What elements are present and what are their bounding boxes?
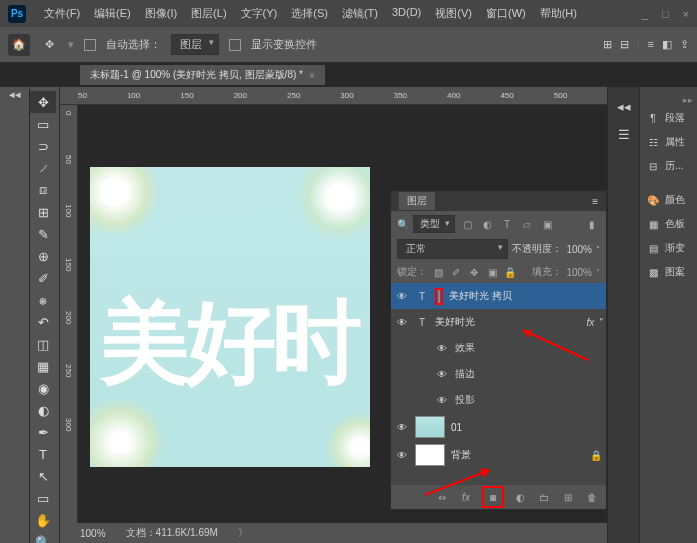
effect-row[interactable]: 👁投影: [391, 387, 606, 413]
menu-layer[interactable]: 图层(L): [185, 2, 232, 25]
filter-shape-icon[interactable]: ▱: [519, 217, 535, 231]
layer-name[interactable]: 美好时光: [435, 315, 580, 329]
menu-view[interactable]: 视图(V): [429, 2, 478, 25]
delete-layer-icon[interactable]: 🗑: [584, 489, 600, 505]
distribute-icon[interactable]: ≡: [648, 38, 654, 51]
layer-row[interactable]: 👁 背景 🔒: [391, 441, 606, 469]
visibility-icon[interactable]: 👁: [435, 369, 449, 380]
minimize-icon[interactable]: _: [642, 8, 648, 20]
visibility-icon[interactable]: 👁: [435, 343, 449, 354]
crop-tool[interactable]: ⧈: [30, 179, 56, 201]
effect-row[interactable]: 👁效果: [391, 335, 606, 361]
panel-gradients[interactable]: ▤渐变: [640, 237, 697, 259]
type-tool[interactable]: T: [30, 443, 56, 465]
layer-name[interactable]: 01: [451, 422, 602, 433]
panel-icon[interactable]: ☰: [610, 123, 638, 145]
menu-help[interactable]: 帮助(H): [534, 2, 583, 25]
gradient-tool[interactable]: ▦: [30, 355, 56, 377]
eyedropper-tool[interactable]: ✎: [30, 223, 56, 245]
blend-mode-select[interactable]: 正常: [397, 239, 508, 259]
panel-swatches[interactable]: ▦色板: [640, 213, 697, 235]
lock-artboard-icon[interactable]: ▣: [485, 265, 499, 279]
menu-type[interactable]: 文字(Y): [235, 2, 284, 25]
wand-tool[interactable]: ⟋: [30, 157, 56, 179]
filter-adjust-icon[interactable]: ◐: [479, 217, 495, 231]
opacity-value[interactable]: 100%: [566, 244, 592, 255]
lock-all-icon[interactable]: 🔒: [503, 265, 517, 279]
share-icon[interactable]: ⇪: [680, 38, 689, 51]
new-layer-icon[interactable]: ⊞: [560, 489, 576, 505]
marquee-tool[interactable]: ▭: [30, 113, 56, 135]
layer-row[interactable]: 👁 T 美好时光 拷贝: [391, 283, 606, 309]
lock-paint-icon[interactable]: ✐: [449, 265, 463, 279]
canvas[interactable]: 美好时: [90, 167, 370, 467]
menu-3d[interactable]: 3D(D): [386, 2, 427, 25]
panel-color[interactable]: 🎨颜色: [640, 189, 697, 211]
panel-patterns[interactable]: ▩图案: [640, 261, 697, 283]
panel-menu-icon[interactable]: ≡: [592, 196, 598, 207]
menu-edit[interactable]: 编辑(E): [88, 2, 137, 25]
layers-tab[interactable]: 图层: [399, 192, 435, 210]
expand-icon[interactable]: ◂◂: [8, 91, 22, 97]
layer-name[interactable]: 背景: [451, 448, 584, 462]
lasso-tool[interactable]: ⊃: [30, 135, 56, 157]
align-icon-2[interactable]: ⊟: [620, 38, 629, 51]
eraser-tool[interactable]: ◫: [30, 333, 56, 355]
visibility-icon[interactable]: 👁: [395, 422, 409, 433]
auto-select-checkbox[interactable]: [84, 39, 96, 51]
fill-value[interactable]: 100%: [566, 267, 592, 278]
tab-close-icon[interactable]: ×: [309, 70, 315, 81]
new-group-icon[interactable]: 🗀: [536, 489, 552, 505]
fx-badge[interactable]: fx ˅: [586, 317, 602, 328]
frame-tool[interactable]: ⊞: [30, 201, 56, 223]
new-adjustment-icon[interactable]: ◐: [512, 489, 528, 505]
filter-select[interactable]: 类型: [413, 215, 455, 233]
zoom-level[interactable]: 100%: [80, 528, 106, 539]
lock-transparency-icon[interactable]: ▨: [431, 265, 445, 279]
panel-paragraph[interactable]: ¶段落: [640, 107, 697, 129]
move-tool[interactable]: ✥: [30, 91, 56, 113]
brush-tool[interactable]: ✐: [30, 267, 56, 289]
3d-mode-icon[interactable]: ◧: [662, 38, 672, 51]
menu-filter[interactable]: 滤镜(T): [336, 2, 384, 25]
visibility-icon[interactable]: 👁: [395, 291, 409, 302]
menu-file[interactable]: 文件(F): [38, 2, 86, 25]
link-layers-icon[interactable]: ⇔: [434, 489, 450, 505]
history-brush[interactable]: ↶: [30, 311, 56, 333]
lock-position-icon[interactable]: ✥: [467, 265, 481, 279]
panel-icon[interactable]: ◂◂: [610, 95, 638, 117]
filter-smart-icon[interactable]: ▣: [539, 217, 555, 231]
visibility-icon[interactable]: 👁: [395, 450, 409, 461]
document-tab[interactable]: 未标题-1 @ 100% (美好时光 拷贝, 图层蒙版/8) * ×: [80, 65, 325, 85]
layer-thumb[interactable]: [415, 444, 445, 466]
collapse-icon[interactable]: ▸▸: [640, 95, 697, 105]
menu-image[interactable]: 图像(I): [139, 2, 183, 25]
layer-row[interactable]: 👁 T 美好时光 fx ˅: [391, 309, 606, 335]
panel-history[interactable]: ⊟历...: [640, 155, 697, 177]
visibility-icon[interactable]: 👁: [435, 395, 449, 406]
visibility-icon[interactable]: 👁: [395, 317, 409, 328]
filter-type-icon[interactable]: T: [499, 217, 515, 231]
auto-select-target[interactable]: 图层: [171, 34, 219, 55]
dodge-tool[interactable]: ◐: [30, 399, 56, 421]
show-transform-checkbox[interactable]: [229, 39, 241, 51]
home-button[interactable]: 🏠: [8, 34, 30, 56]
shape-tool[interactable]: ▭: [30, 487, 56, 509]
layer-thumb[interactable]: [415, 416, 445, 438]
layer-mask-thumb[interactable]: [438, 290, 440, 303]
blur-tool[interactable]: ◉: [30, 377, 56, 399]
effect-row[interactable]: 👁描边: [391, 361, 606, 387]
menu-select[interactable]: 选择(S): [285, 2, 334, 25]
stamp-tool[interactable]: ⎈: [30, 289, 56, 311]
add-mask-icon[interactable]: ◙: [485, 489, 501, 505]
layer-row[interactable]: 👁 01: [391, 413, 606, 441]
path-tool[interactable]: ↖: [30, 465, 56, 487]
align-icon[interactable]: ⊞: [603, 38, 612, 51]
menu-window[interactable]: 窗口(W): [480, 2, 532, 25]
heal-tool[interactable]: ⊕: [30, 245, 56, 267]
filter-pixel-icon[interactable]: ▢: [459, 217, 475, 231]
layer-name[interactable]: 美好时光 拷贝: [449, 289, 602, 303]
zoom-tool[interactable]: 🔍: [30, 531, 56, 543]
hand-tool[interactable]: ✋: [30, 509, 56, 531]
pen-tool[interactable]: ✒: [30, 421, 56, 443]
